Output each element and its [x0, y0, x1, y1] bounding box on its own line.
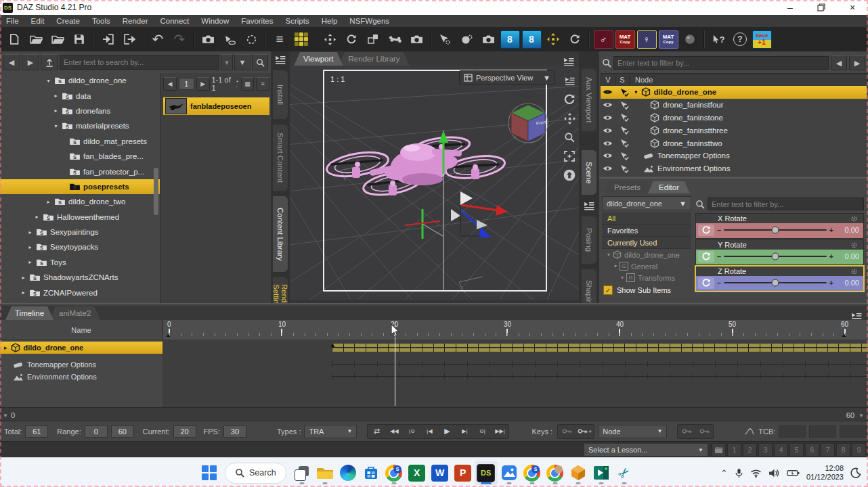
- scene-node-environment-options[interactable]: Environment Options: [601, 162, 867, 175]
- search-go-button[interactable]: [252, 54, 268, 70]
- keyframe-track-dildo-drone-one[interactable]: ▲ ▲: [332, 344, 868, 352]
- tree-item-materialpresets[interactable]: ▾materialpresets: [0, 118, 160, 133]
- previous-key-button[interactable]: [678, 425, 695, 438]
- new-light-button[interactable]: [219, 29, 240, 49]
- eye-icon[interactable]: [601, 114, 614, 121]
- search-forward-button[interactable]: ▶: [22, 54, 39, 70]
- gear-icon[interactable]: [850, 241, 858, 249]
- task-view-button[interactable]: [290, 461, 313, 485]
- key-node-selector[interactable]: Node▼: [598, 425, 667, 438]
- align-button[interactable]: ≡: [269, 29, 290, 49]
- male-material-button[interactable]: ♂: [593, 29, 613, 49]
- menu-favorites[interactable]: Favorites: [235, 15, 279, 27]
- expander[interactable]: ▸: [4, 344, 7, 351]
- gear-icon[interactable]: [850, 268, 858, 275]
- delete-key-button[interactable]: [558, 425, 576, 438]
- new-file-button[interactable]: [4, 29, 24, 49]
- menu-edit[interactable]: Edit: [25, 15, 51, 27]
- scene-filter-input[interactable]: [613, 56, 829, 70]
- camera-view-selector[interactable]: Perspective View ▼: [459, 70, 555, 85]
- mat-copy-female-button[interactable]: MATCopy: [658, 29, 678, 49]
- rewind-button[interactable]: ◀◀: [385, 425, 403, 438]
- z-rotate-slider[interactable]: Z Rotate – + 0.00: [695, 266, 864, 292]
- node-selection-tool-button[interactable]: [435, 29, 455, 49]
- video-editor-button[interactable]: [590, 461, 613, 485]
- bone-tool-button[interactable]: [385, 29, 405, 49]
- slider-track[interactable]: [724, 229, 826, 231]
- excel-button[interactable]: X: [406, 461, 429, 485]
- previous-frame-button[interactable]: |◀: [420, 425, 438, 438]
- scene-node-drone-faninstthree[interactable]: drone_faninstthree: [601, 124, 867, 137]
- menu-create[interactable]: Create: [50, 15, 86, 27]
- grid-snap-button[interactable]: [291, 29, 311, 49]
- frame-view-icon[interactable]: [562, 149, 577, 164]
- lesson-page-4[interactable]: 4: [774, 443, 788, 457]
- camera-tool-button[interactable]: [406, 29, 427, 49]
- save-button[interactable]: [69, 29, 89, 49]
- microsoft-store-button[interactable]: [360, 461, 383, 485]
- slider-increment[interactable]: +: [829, 252, 833, 260]
- params-filter-input[interactable]: [708, 198, 864, 210]
- fast-forward-button[interactable]: ▶▶|: [491, 425, 508, 438]
- expander[interactable]: ▾: [634, 89, 638, 95]
- tab-render-settings[interactable]: Render Settings: [273, 277, 288, 303]
- tab-editor[interactable]: Editor: [648, 181, 690, 193]
- slider-decrement[interactable]: –: [717, 226, 721, 234]
- slider-increment[interactable]: +: [829, 226, 833, 234]
- library-search-input[interactable]: [60, 55, 219, 70]
- params-filter-icon[interactable]: [695, 200, 705, 209]
- column-node[interactable]: Node: [630, 76, 653, 84]
- fps-value[interactable]: 30: [223, 425, 246, 438]
- group-tree-transforms[interactable]: ▾GTransforms: [602, 272, 691, 283]
- viewport-canvas[interactable]: Front: [290, 66, 579, 300]
- tree-item-toys[interactable]: ▸Toys: [0, 255, 160, 270]
- rotate-tool-button[interactable]: [341, 29, 362, 49]
- keyframe-track-environment[interactable]: [332, 373, 868, 379]
- interpolation-curve-icon[interactable]: [744, 428, 755, 435]
- search-back-button[interactable]: ◀: [3, 54, 20, 70]
- page-prev-button[interactable]: ◀: [163, 77, 177, 91]
- redo-button[interactable]: ↷: [169, 29, 190, 49]
- tab-scene[interactable]: Scene: [582, 150, 596, 195]
- types-selector[interactable]: TRA▼: [304, 425, 357, 438]
- tab-posing[interactable]: Posing: [582, 216, 596, 264]
- tab-smart-content[interactable]: Smart Content: [273, 124, 288, 191]
- menu-nsfwgens[interactable]: NSFWgens: [343, 15, 395, 27]
- menu-help[interactable]: Help: [316, 15, 344, 27]
- file-explorer-button[interactable]: [313, 461, 337, 485]
- active-pose-tool-button[interactable]: [565, 29, 585, 49]
- timeline-row-environment[interactable]: Environment Options: [0, 371, 162, 383]
- current-frame-value[interactable]: 20: [173, 425, 196, 438]
- view-cube[interactable]: Front: [508, 103, 548, 143]
- orbit-tool-icon[interactable]: [562, 92, 577, 107]
- cursor-select-icon[interactable]: [617, 152, 631, 160]
- pan-view-icon[interactable]: [562, 111, 577, 126]
- keyframe-track-tonemapper[interactable]: [332, 361, 868, 367]
- scene-forward-button[interactable]: ▶: [849, 55, 865, 70]
- edge-button[interactable]: [337, 461, 360, 485]
- tree-item-shadowyartszcnarts[interactable]: ▸ShadowyartsZCNArts: [0, 270, 160, 285]
- slider-knob[interactable]: [771, 227, 779, 234]
- y-rotate-slider[interactable]: Y Rotate – + 0.00: [695, 239, 864, 265]
- eye-icon[interactable]: [601, 89, 614, 95]
- lesson-play-button[interactable]: [712, 443, 726, 457]
- tree-item-dildo-drone-one[interactable]: ▾dildo_drone_one: [0, 73, 160, 88]
- viewport-panel-menu-icon[interactable]: [563, 57, 575, 66]
- page-next-button[interactable]: ▶: [196, 77, 210, 91]
- column-selectable[interactable]: S: [615, 76, 630, 84]
- tree-item-halloweenthemed[interactable]: ▸Halloweenthemed: [0, 210, 160, 225]
- total-frames-value[interactable]: 61: [25, 425, 48, 438]
- slider-value[interactable]: 0.00: [836, 279, 859, 287]
- range-start-marker[interactable]: ▲: [165, 331, 171, 338]
- pan-tool-button[interactable]: [320, 29, 340, 49]
- sphere-gizmo-button[interactable]: [680, 29, 700, 49]
- cursor-select-icon[interactable]: [617, 113, 631, 122]
- lesson-page-9[interactable]: 9: [852, 443, 866, 457]
- tab-content-library[interactable]: Content Library: [273, 196, 288, 272]
- cursor-select-icon[interactable]: [617, 126, 631, 135]
- female-material-button[interactable]: ♀: [636, 29, 657, 49]
- scroll-right-arrow[interactable]: ▼: [859, 413, 864, 419]
- eye-icon[interactable]: [601, 165, 614, 172]
- genesis8-female-button[interactable]: 8: [500, 29, 520, 49]
- menu-connect[interactable]: Connect: [154, 15, 195, 27]
